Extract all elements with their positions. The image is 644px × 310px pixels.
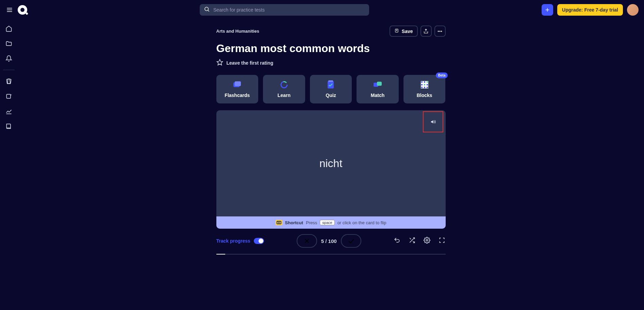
header-buttons: Save <box>390 26 446 37</box>
top-header: Upgrade: Free 7-day trial <box>0 0 644 19</box>
folder-icon[interactable] <box>5 40 13 47</box>
book-icon[interactable] <box>5 123 13 130</box>
svg-rect-21 <box>328 80 333 82</box>
svg-rect-7 <box>6 79 10 84</box>
mode-blocks[interactable]: Beta Blocks <box>403 75 446 103</box>
cards-icon[interactable] <box>5 78 13 85</box>
card-body[interactable]: nicht <box>216 110 446 216</box>
svg-rect-24 <box>421 81 423 83</box>
hamburger-menu[interactable] <box>5 6 14 14</box>
more-button[interactable] <box>434 26 446 37</box>
mode-learn[interactable]: Learn <box>263 75 305 103</box>
track-progress-toggle[interactable] <box>254 238 264 244</box>
rating-row[interactable]: Leave the first rating <box>216 59 446 67</box>
mode-label: Flashcards <box>225 93 250 98</box>
svg-marker-33 <box>431 120 433 124</box>
svg-point-45 <box>426 240 428 241</box>
svg-rect-17 <box>235 81 241 86</box>
svg-rect-9 <box>6 94 11 98</box>
flashcard[interactable]: nicht Shortcut Press space or click on t… <box>216 110 446 229</box>
stats-icon[interactable] <box>5 108 13 115</box>
mode-match[interactable]: Match <box>357 75 399 103</box>
breadcrumb-row: Arts and Humanities Save <box>216 26 446 37</box>
svg-point-13 <box>440 31 440 32</box>
mode-label: Blocks <box>417 93 432 98</box>
search-input[interactable] <box>213 7 365 13</box>
learn-icon <box>280 80 288 89</box>
svg-marker-15 <box>217 60 222 65</box>
rating-text: Leave the first rating <box>227 60 274 66</box>
sidebar <box>0 19 18 130</box>
svg-rect-23 <box>377 82 382 86</box>
svg-rect-20 <box>328 81 334 88</box>
flashcards-icon <box>233 80 242 89</box>
save-label: Save <box>402 29 413 34</box>
svg-rect-30 <box>421 86 423 88</box>
card-word: nicht <box>319 157 343 170</box>
track-progress-wrap: Track progress <box>216 238 264 244</box>
blocks-icon <box>420 80 429 89</box>
svg-point-14 <box>441 31 442 32</box>
home-icon[interactable] <box>5 25 13 32</box>
svg-rect-31 <box>424 86 426 88</box>
upgrade-button[interactable]: Upgrade: Free 7-day trial <box>557 4 623 16</box>
main: Arts and Humanities Save German most com… <box>18 19 644 310</box>
star-icon <box>216 59 223 67</box>
svg-rect-29 <box>426 84 428 86</box>
controls-row: Track progress 5 / 100 <box>216 234 446 248</box>
content: Arts and Humanities Save German most com… <box>216 26 446 310</box>
press-label: Press <box>306 220 317 225</box>
study-modes: Flashcards Learn Quiz Match <box>216 75 446 103</box>
mark-incorrect-button[interactable] <box>297 234 317 248</box>
keyboard-icon <box>276 220 282 225</box>
svg-line-44 <box>410 238 411 239</box>
svg-line-4 <box>208 10 209 11</box>
svg-rect-26 <box>426 81 428 83</box>
mode-label: Quiz <box>326 93 336 98</box>
page-title: German most common words <box>216 42 446 55</box>
svg-rect-8 <box>7 79 11 84</box>
space-key: space <box>320 220 334 225</box>
mode-flashcards[interactable]: Flashcards <box>216 75 259 103</box>
fullscreen-icon[interactable] <box>439 237 445 245</box>
quiz-icon <box>326 80 335 89</box>
svg-rect-28 <box>424 84 426 86</box>
svg-rect-27 <box>421 84 423 86</box>
logo[interactable] <box>18 5 27 15</box>
progress-bar <box>216 254 446 255</box>
card-footer: Shortcut Press space or click on the car… <box>216 216 446 229</box>
mark-correct-button[interactable] <box>341 234 361 248</box>
svg-point-3 <box>205 7 209 11</box>
search-icon <box>204 6 210 14</box>
breadcrumb[interactable]: Arts and Humanities <box>216 29 259 34</box>
audio-button[interactable] <box>423 111 443 132</box>
header-actions: Upgrade: Free 7-day trial <box>542 4 639 16</box>
svg-point-12 <box>438 31 439 32</box>
save-icon <box>394 28 399 34</box>
mode-label: Learn <box>278 93 291 98</box>
create-button[interactable] <box>542 4 553 16</box>
save-button[interactable]: Save <box>390 26 418 37</box>
svg-rect-25 <box>424 81 426 83</box>
bell-icon[interactable] <box>5 55 13 62</box>
mode-quiz[interactable]: Quiz <box>310 75 352 103</box>
avatar[interactable] <box>627 4 639 16</box>
progress-fill <box>216 254 226 255</box>
shuffle-icon[interactable] <box>409 237 415 245</box>
card-counter: 5 / 100 <box>321 238 337 244</box>
share-button[interactable] <box>420 26 432 37</box>
beta-badge: Beta <box>436 72 448 78</box>
sidebar-divider <box>3 70 15 70</box>
right-controls <box>394 237 445 245</box>
shortcut-label: Shortcut <box>285 220 303 225</box>
settings-icon[interactable] <box>424 237 430 245</box>
track-progress-label: Track progress <box>216 238 250 244</box>
footer-rest: or click on the card to flip <box>337 220 386 225</box>
undo-icon[interactable] <box>394 237 400 245</box>
svg-rect-32 <box>426 86 428 88</box>
match-icon <box>373 80 382 89</box>
mode-label: Match <box>371 93 384 98</box>
expert-icon[interactable] <box>5 93 13 100</box>
search-bar[interactable] <box>200 4 369 16</box>
center-controls: 5 / 100 <box>297 234 361 248</box>
